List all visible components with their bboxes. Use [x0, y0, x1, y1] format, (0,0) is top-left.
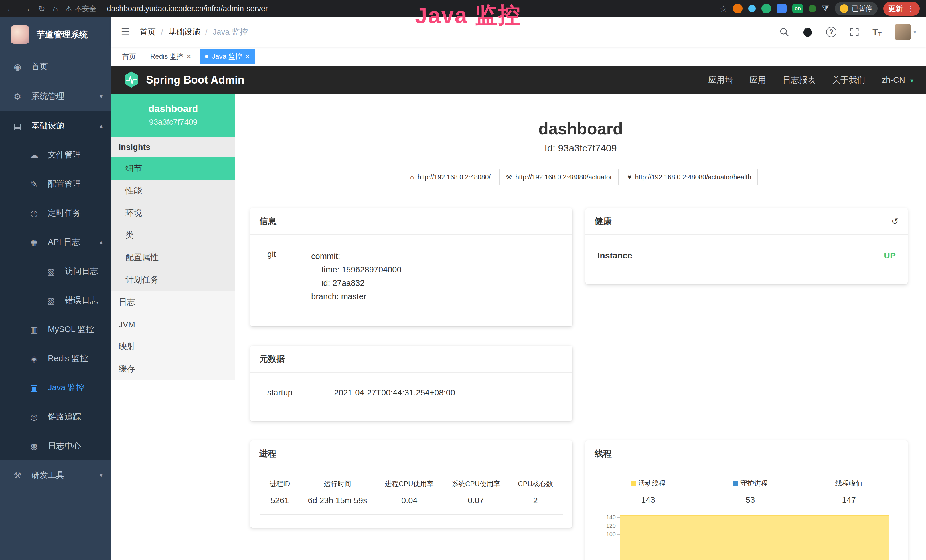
sidebar-item-label: 定时任务 — [48, 207, 81, 219]
sidebar-item-system[interactable]: ⚙ 系统管理 ▾ — [0, 82, 111, 111]
sba-nav-wallboard[interactable]: 应用墙 — [708, 74, 733, 86]
legend-value: 53 — [733, 495, 768, 505]
sidebar-item-redis-monitor[interactable]: ◈ Redis 监控 — [0, 344, 111, 373]
link-service-url[interactable]: ⌂ http://192.168.0.2:48080/ — [404, 169, 497, 185]
process-col-system-cpu: 系统CPU使用率 0.07 — [451, 479, 500, 505]
tab-java-monitor[interactable]: Java 监控 × — [200, 49, 255, 64]
sidebar-submenu-infra: ▤ 基础设施 ▴ ☁ 文件管理 ✎ 配置管理 ◷ 定时任务 ▦ — [0, 111, 111, 460]
extension-icon-orange[interactable] — [733, 4, 743, 14]
sidebar-item-file-management[interactable]: ☁ 文件管理 — [0, 140, 111, 170]
text-size-icon[interactable]: TT — [872, 27, 882, 37]
sba-locale-select[interactable]: zh-CN ▾ — [882, 75, 914, 85]
sba-item-metrics[interactable]: 性能 — [111, 180, 235, 202]
close-icon[interactable]: × — [187, 53, 191, 61]
breadcrumb-infrastructure[interactable]: 基础设施 — [168, 27, 200, 37]
sidebar-item-mysql-monitor[interactable]: ▥ MySQL 监控 — [0, 315, 111, 344]
process-col-process-cpu: 进程CPU使用率 0.04 — [385, 479, 434, 505]
sba-nav-applications[interactable]: 应用 — [749, 74, 766, 86]
process-col-header: 进程ID — [269, 479, 290, 488]
link-label: http://192.168.0.2:48080/actuator — [515, 173, 612, 181]
browser-menu-icon[interactable]: ⋮ — [907, 4, 915, 13]
tab-home[interactable]: 首页 — [117, 49, 141, 64]
hamburger-icon[interactable]: ☰ — [121, 26, 130, 38]
spring-boot-admin: Spring Boot Admin 应用墙 应用 日志报表 关于我们 zh-CN… — [111, 66, 926, 560]
sba-item-config-props[interactable]: 配置属性 — [111, 247, 235, 269]
sba-brand-title[interactable]: Spring Boot Admin — [146, 74, 244, 86]
sba-item-details[interactable]: 细节 — [111, 157, 235, 180]
sba-item-environment[interactable]: 环境 — [111, 202, 235, 224]
breadcrumb-home[interactable]: 首页 — [140, 27, 156, 37]
history-icon[interactable]: ↺ — [891, 216, 899, 226]
search-icon[interactable] — [779, 27, 789, 37]
redis-icon: ◈ — [29, 354, 39, 364]
sidebar-item-tracing[interactable]: ◎ 链路追踪 — [0, 402, 111, 431]
sidebar-logo[interactable]: 芋道管理系统 — [0, 17, 111, 52]
gear-icon: ⚙ — [12, 92, 23, 101]
metadata-card: 元数据 startup 2021-04-27T00:44:31.254+08:0… — [250, 346, 572, 421]
close-icon[interactable]: × — [245, 53, 249, 61]
sba-item-caches[interactable]: 缓存 — [111, 358, 235, 380]
paused-badge[interactable]: ‿ 已暂停 — [835, 2, 878, 15]
page-title: dashboard — [235, 119, 926, 138]
sba-item-logs[interactable]: 日志 — [111, 291, 235, 313]
sidebar-item-error-logs[interactable]: ▧ 错误日志 — [0, 286, 111, 315]
document-icon: ▦ — [29, 238, 39, 247]
extension-icon-leaf[interactable] — [809, 5, 816, 12]
sba-item-mappings[interactable]: 映射 — [111, 336, 235, 358]
forward-icon[interactable]: → — [22, 4, 31, 14]
back-icon[interactable]: ← — [6, 4, 15, 14]
browser-actions: ☆ on ⧩ ‿ 已暂停 更新 ⋮ — [720, 2, 920, 16]
sba-item-classes[interactable]: 类 — [111, 224, 235, 247]
sidebar-item-config-management[interactable]: ✎ 配置管理 — [0, 170, 111, 198]
sidebar-item-dev-tools[interactable]: ⚒ 研发工具 ▾ — [0, 460, 111, 490]
sba-item-scheduled[interactable]: 计划任务 — [111, 269, 235, 291]
threads-chart: 140 120 100 — [595, 513, 898, 560]
sidebar-item-infrastructure[interactable]: ▤ 基础设施 ▴ — [0, 111, 111, 140]
extension-icon-drop[interactable] — [748, 5, 756, 12]
address-bar[interactable]: ⚠ 不安全 dashboard.yudao.iocoder.cn/infra/a… — [65, 4, 268, 14]
home-icon[interactable]: ⌂ — [53, 4, 58, 14]
refresh-icon[interactable]: ↻ — [38, 4, 45, 14]
user-avatar[interactable]: ▾ — [895, 24, 916, 40]
bookmark-star-icon[interactable]: ☆ — [720, 4, 727, 14]
browser-update-button[interactable]: 更新 ⋮ — [883, 2, 920, 16]
extension-icon-on-badge[interactable]: on — [792, 4, 803, 13]
sidebar-item-log-center[interactable]: ▩ 日志中心 — [0, 431, 111, 460]
sba-app-id: 93a3fc7f7409 — [114, 118, 232, 127]
sidebar-item-label: 首页 — [31, 61, 48, 73]
extension-icon-grid[interactable] — [777, 4, 787, 14]
info-key: git — [260, 250, 311, 303]
process-col-uptime: 运行时间 6d 23h 15m 59s — [308, 479, 367, 505]
legend-swatch-yellow — [631, 481, 635, 486]
sba-nav-about[interactable]: 关于我们 — [832, 74, 865, 86]
process-col-value: 0.07 — [451, 496, 500, 505]
process-col-header: CPU核心数 — [518, 479, 553, 488]
sidebar-item-api-logs[interactable]: ▦ API 日志 ▴ — [0, 228, 111, 257]
sba-logo-icon[interactable] — [124, 71, 139, 89]
text-size-small: T — [878, 31, 882, 37]
url-text[interactable]: dashboard.yudao.iocoder.cn/infra/admin-s… — [107, 4, 268, 13]
github-icon[interactable] — [802, 27, 813, 37]
fullscreen-icon[interactable] — [850, 27, 859, 37]
extension-icon-green[interactable] — [761, 4, 771, 14]
sba-app-block[interactable]: dashboard 93a3fc7f7409 — [111, 94, 235, 137]
help-icon[interactable]: ? — [826, 27, 837, 37]
security-warning[interactable]: ⚠ 不安全 — [65, 4, 96, 14]
sba-body: dashboard 93a3fc7f7409 Insights 细节 性能 环境… — [111, 94, 926, 560]
update-button-label: 更新 — [888, 4, 903, 14]
sidebar-item-java-monitor[interactable]: ▣ Java 监控 — [0, 373, 111, 402]
sba-nav-journal[interactable]: 日志报表 — [782, 74, 816, 86]
process-col-value: 5261 — [269, 496, 290, 505]
extensions-puzzle-icon[interactable]: ⧩ — [822, 4, 829, 14]
link-health-url[interactable]: ♥ http://192.168.0.2:48080/actuator/heal… — [621, 169, 758, 185]
tab-redis-monitor[interactable]: Redis 监控 × — [145, 49, 196, 64]
sba-item-jvm[interactable]: JVM — [111, 313, 235, 336]
link-actuator-url[interactable]: ⚒ http://192.168.0.2:48080/actuator — [499, 169, 619, 185]
avatar[interactable] — [895, 24, 911, 40]
warning-icon: ⚠ — [65, 4, 72, 13]
sidebar-item-access-logs[interactable]: ▧ 访问日志 — [0, 257, 111, 286]
process-col-value: 6d 23h 15m 59s — [308, 496, 367, 505]
sidebar-item-home[interactable]: ◉ 首页 — [0, 52, 111, 82]
health-instance-row[interactable]: Instance UP — [595, 242, 898, 271]
sidebar-item-scheduled-tasks[interactable]: ◷ 定时任务 — [0, 198, 111, 228]
